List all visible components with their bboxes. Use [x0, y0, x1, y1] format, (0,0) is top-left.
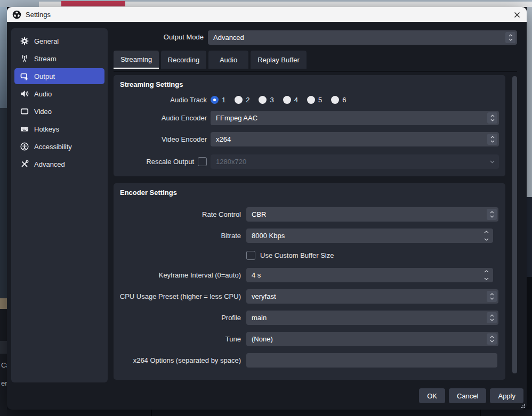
cpu-preset-row: CPU Usage Preset (higher = less CPU) ver… — [120, 289, 499, 304]
cpu-preset-select[interactable]: veryfast — [246, 289, 498, 304]
chevron-up-icon — [509, 34, 513, 37]
display-icon — [20, 107, 29, 116]
tab-audio[interactable]: Audio — [208, 51, 248, 69]
background-left-strip: Ca er — [0, 7, 7, 416]
video-encoder-row: Video Encoder x264 — [120, 132, 499, 146]
cpu-preset-value: veryfast — [252, 292, 276, 300]
output-mode-select[interactable]: Advanced — [208, 30, 517, 45]
custom-buffer-checkbox[interactable] — [246, 251, 255, 260]
ok-button[interactable]: OK — [419, 388, 445, 403]
radio-button[interactable] — [259, 96, 267, 104]
bitrate-spinbox[interactable]: 8000 Kbps — [246, 229, 493, 243]
chevron-up-icon — [490, 336, 494, 338]
rescale-output-checkbox[interactable] — [198, 157, 207, 166]
chevron-down-icon — [490, 119, 495, 121]
rate-control-select[interactable]: CBR — [246, 207, 498, 222]
background-video-right — [527, 197, 532, 277]
close-button[interactable] — [513, 11, 521, 19]
cancel-button[interactable]: Cancel — [449, 388, 486, 403]
radio-label: 4 — [294, 96, 298, 104]
tab-streaming[interactable]: Streaming — [114, 51, 159, 69]
tab-recording[interactable]: Recording — [161, 51, 206, 69]
spinbox-arrows[interactable] — [482, 231, 490, 241]
radio-label: 1 — [222, 96, 225, 104]
sidebar-item-stream[interactable]: Stream — [14, 51, 104, 67]
x264-options-label: x264 Options (separated by space) — [120, 356, 241, 364]
radio-button[interactable] — [235, 96, 243, 104]
rescale-resolution-select[interactable]: 1280x720 — [211, 154, 499, 169]
cpu-preset-label: CPU Usage Preset (higher = less CPU) — [120, 292, 241, 300]
sidebar-item-hotkeys[interactable]: Hotkeys — [14, 121, 104, 137]
profile-label: Profile — [120, 314, 241, 322]
broadcast-icon — [20, 54, 29, 63]
video-encoder-select[interactable]: x264 — [211, 132, 499, 146]
spinbox-arrows[interactable] — [482, 270, 490, 280]
profile-select[interactable]: main — [246, 311, 498, 325]
profile-value: main — [252, 314, 267, 322]
sidebar-item-accessibility[interactable]: Accessibility — [14, 138, 104, 154]
x264-options-row: x264 Options (separated by space) — [120, 353, 499, 368]
dropdown-spinner[interactable] — [487, 291, 497, 302]
apply-button[interactable]: Apply — [490, 388, 523, 403]
dropdown-spinner[interactable] — [505, 32, 515, 43]
radio-button[interactable] — [331, 96, 339, 104]
chevron-up-icon — [490, 314, 494, 317]
x264-options-input[interactable] — [246, 353, 497, 368]
desktop: Ca er Settings — [0, 0, 532, 416]
radio-button[interactable] — [211, 96, 219, 104]
dropdown-spinner[interactable] — [487, 209, 497, 220]
dropdown-spinner[interactable] — [487, 112, 497, 124]
video-encoder-label: Video Encoder — [120, 135, 207, 143]
chevron-up-icon — [490, 136, 495, 138]
chevron-down-icon — [490, 297, 494, 300]
background-photo-edge — [0, 298, 7, 309]
rate-control-label: Rate Control — [120, 210, 241, 218]
dropdown-spinner[interactable] — [487, 134, 497, 145]
group-title: Streaming Settings — [120, 80, 499, 88]
rescale-output-label-text: Rescale Output — [146, 158, 194, 166]
background-sky-right — [527, 7, 532, 197]
audio-encoder-select[interactable]: FFmpeg AAC — [211, 111, 499, 125]
chevron-down-icon — [490, 160, 495, 164]
radio-button[interactable] — [283, 96, 291, 104]
tab-label: Audio — [220, 56, 237, 64]
background-bottom-strip — [7, 410, 532, 416]
tools-icon — [20, 160, 29, 168]
sidebar-item-label: Output — [34, 72, 55, 80]
tab-replay-buffer[interactable]: Replay Buffer — [251, 51, 307, 69]
dropdown-spinner[interactable] — [487, 312, 497, 323]
output-mode-label: Output Mode — [7, 30, 204, 44]
background-red-tab — [61, 1, 125, 6]
content-scrollbar — [512, 76, 517, 374]
chevron-up-icon — [490, 115, 495, 117]
sidebar-item-output[interactable]: Output — [14, 68, 104, 84]
sidebar-item-label: Audio — [34, 90, 52, 98]
background-divider — [480, 410, 481, 416]
chevron-up-icon — [484, 270, 489, 273]
rescale-output-row: Rescale Output 1280x720 — [120, 154, 499, 169]
audio-track-row: Audio Track 1 2 3 — [120, 96, 499, 104]
tune-select[interactable]: (None) — [246, 332, 498, 346]
rescale-resolution-value: 1280x720 — [216, 158, 246, 166]
sidebar-item-video[interactable]: Video — [14, 103, 104, 119]
resize-grip[interactable] — [520, 403, 525, 408]
keyboard-icon — [20, 125, 29, 133]
tab-label: Replay Buffer — [257, 56, 300, 64]
radio-button[interactable] — [307, 96, 315, 104]
dropdown-spinner[interactable] — [487, 333, 497, 345]
background-right-strip — [527, 7, 532, 416]
keyframe-interval-spinbox[interactable]: 4 s — [246, 268, 493, 282]
keyframe-interval-value: 4 s — [252, 271, 261, 279]
radio-label: 3 — [270, 96, 273, 104]
background-divider — [151, 410, 152, 416]
tune-row: Tune (None) — [120, 332, 499, 346]
sidebar-item-audio[interactable]: Audio — [14, 86, 104, 102]
sidebar-item-advanced[interactable]: Advanced — [14, 156, 104, 172]
scrollbar-thumb[interactable] — [512, 76, 517, 373]
dialog-footer: OK Cancel Apply — [419, 388, 523, 403]
background-top-strip — [0, 0, 532, 7]
output-icon — [20, 72, 29, 80]
speaker-icon — [20, 89, 29, 98]
chevron-down-icon — [490, 140, 495, 143]
chevron-down-icon — [490, 215, 494, 218]
